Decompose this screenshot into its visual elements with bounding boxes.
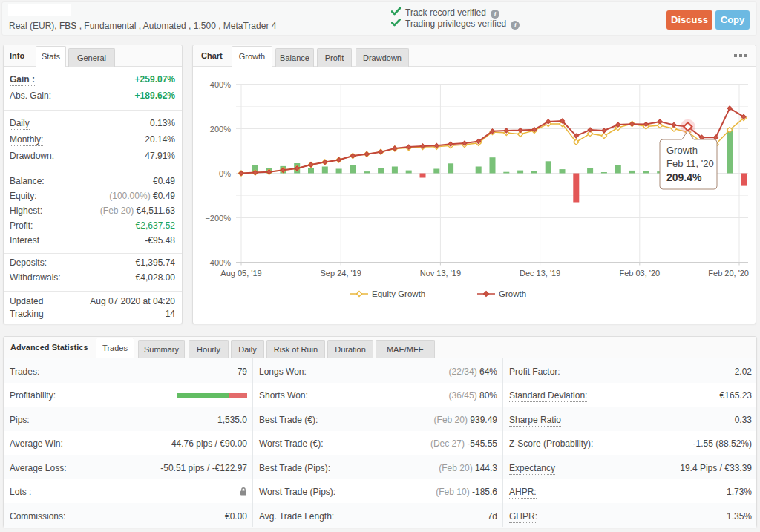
svg-text:Sep 24, '19: Sep 24, '19 bbox=[321, 269, 361, 278]
svg-text:Aug 05, '19: Aug 05, '19 bbox=[220, 269, 261, 278]
svg-text:−400%: −400% bbox=[205, 258, 231, 267]
svg-text:Growth: Growth bbox=[666, 145, 698, 156]
svg-text:0%: 0% bbox=[219, 169, 231, 178]
svg-text:Feb 03, '20: Feb 03, '20 bbox=[619, 269, 660, 278]
svg-text:Growth: Growth bbox=[499, 289, 526, 298]
svg-text:Equity Growth: Equity Growth bbox=[372, 289, 425, 298]
svg-text:Nov 13, '19: Nov 13, '19 bbox=[420, 269, 461, 278]
svg-text:400%: 400% bbox=[210, 80, 231, 89]
svg-text:Feb 20, '20: Feb 20, '20 bbox=[708, 269, 749, 278]
svg-text:200%: 200% bbox=[210, 125, 231, 134]
svg-text:209.4%: 209.4% bbox=[666, 171, 702, 183]
svg-text:Dec 13, '19: Dec 13, '19 bbox=[520, 269, 560, 278]
svg-text:Feb 11, '20: Feb 11, '20 bbox=[666, 158, 714, 169]
svg-text:−200%: −200% bbox=[205, 214, 231, 223]
